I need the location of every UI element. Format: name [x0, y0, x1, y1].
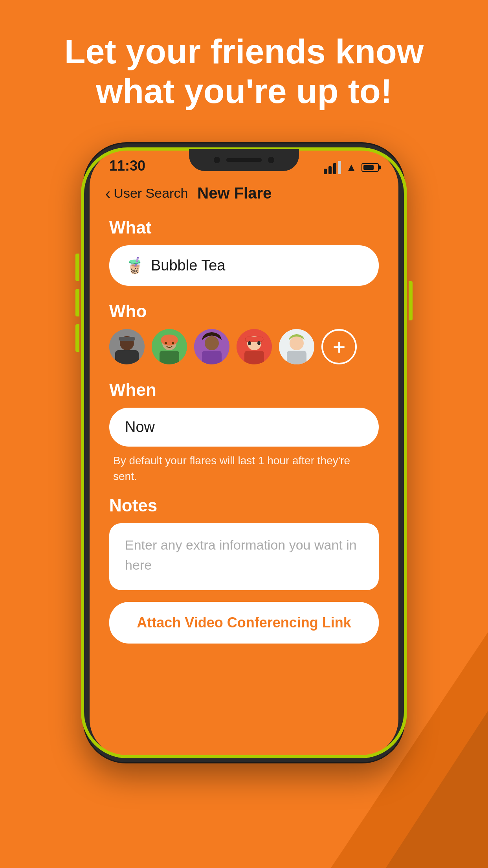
what-input-value: Bubble Tea: [151, 257, 225, 274]
svg-rect-16: [245, 337, 263, 342]
nav-bar: ‹ User Search New Flare: [90, 180, 398, 210]
signal-bar-4: [338, 161, 341, 174]
signal-icon: [324, 161, 341, 174]
svg-rect-15: [244, 351, 264, 364]
back-chevron-icon: ‹: [105, 186, 110, 201]
notes-placeholder: Enter any extra information you want in …: [125, 535, 363, 575]
speaker: [226, 158, 262, 162]
silent-button: [75, 324, 79, 352]
notes-section: Notes Enter any extra information you wa…: [109, 496, 379, 590]
avatar-2[interactable]: [152, 329, 187, 364]
add-person-button[interactable]: +: [321, 329, 357, 364]
attach-button-label: Attach Video Conferencing Link: [137, 614, 351, 631]
face-id-dot: [268, 157, 274, 163]
svg-rect-12: [202, 351, 222, 364]
back-label: User Search: [114, 186, 188, 201]
avatar-5[interactable]: [279, 329, 314, 364]
avatar-3[interactable]: [194, 329, 229, 364]
status-time: 11:30: [109, 158, 145, 174]
notch: [189, 149, 299, 171]
volume-down-button: [75, 289, 79, 316]
what-label: What: [109, 218, 379, 237]
when-label: When: [109, 380, 379, 400]
attach-video-button[interactable]: Attach Video Conferencing Link: [109, 602, 379, 644]
power-button: [409, 281, 413, 320]
svg-point-20: [290, 336, 304, 350]
when-section: When Now By default your flares will las…: [109, 380, 379, 484]
battery-icon: [361, 163, 379, 172]
phone-wrapper: 11:30 ▲ ‹ Us: [0, 142, 488, 763]
hero-text: Let your friends know what you're up to!: [0, 0, 488, 134]
camera-dot: [214, 157, 220, 163]
svg-rect-21: [287, 351, 306, 364]
form-content: What 🧋 Bubble Tea Who: [90, 210, 398, 643]
svg-point-9: [172, 342, 174, 344]
bubble-tea-emoji: 🧋: [125, 256, 145, 275]
svg-rect-3: [119, 337, 135, 341]
svg-point-8: [165, 342, 167, 344]
when-hint: By default your flares will last 1 hour …: [109, 453, 379, 484]
svg-point-6: [161, 335, 178, 346]
add-icon: +: [333, 334, 346, 360]
phone-screen: 11:30 ▲ ‹ Us: [90, 149, 398, 757]
avatars-row: +: [109, 329, 379, 364]
svg-point-18: [257, 341, 261, 345]
svg-rect-2: [115, 350, 139, 364]
svg-rect-7: [160, 351, 179, 364]
when-input[interactable]: Now: [109, 408, 379, 447]
signal-bar-3: [333, 163, 336, 174]
wifi-icon: ▲: [346, 161, 357, 174]
volume-up-button: [75, 254, 79, 281]
what-input[interactable]: 🧋 Bubble Tea: [109, 245, 379, 286]
notes-label: Notes: [109, 496, 379, 515]
signal-bar-1: [324, 169, 327, 174]
signal-bar-2: [328, 166, 332, 174]
svg-point-11: [205, 336, 219, 350]
avatar-1[interactable]: [109, 329, 145, 364]
avatar-4[interactable]: [237, 329, 272, 364]
phone-frame: 11:30 ▲ ‹ Us: [83, 142, 405, 763]
battery-fill: [363, 165, 374, 170]
notes-input[interactable]: Enter any extra information you want in …: [109, 523, 379, 590]
page-title: New Flare: [197, 184, 272, 202]
svg-point-17: [248, 341, 251, 345]
who-label: Who: [109, 302, 379, 321]
who-section: Who: [109, 302, 379, 364]
status-icons: ▲: [324, 161, 379, 174]
back-button[interactable]: ‹ User Search: [105, 186, 188, 201]
